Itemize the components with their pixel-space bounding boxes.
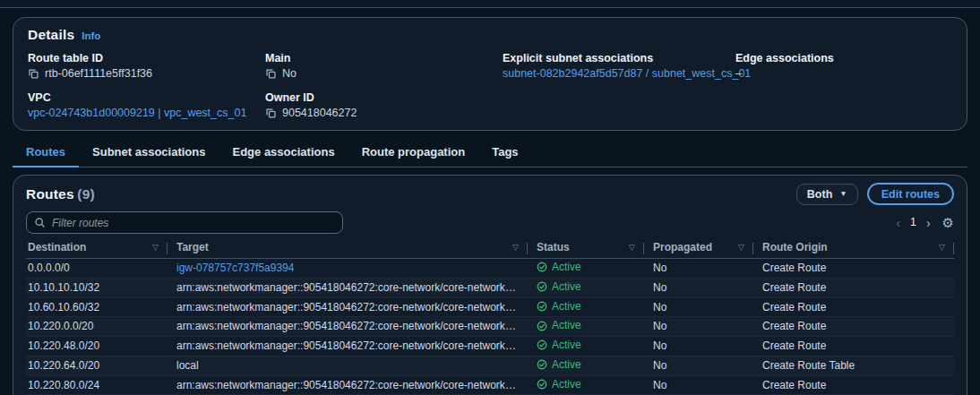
column-header-target[interactable]: Target▽ <box>168 238 528 259</box>
chevron-down-icon: ▼ <box>839 190 847 198</box>
copy-icon[interactable] <box>28 68 39 80</box>
tab-subnet-associations[interactable]: Subnet associations <box>79 140 219 167</box>
target-cell: arn:aws:networkmanager::905418046272:cor… <box>168 337 528 356</box>
column-header-propagated[interactable]: Propagated▽ <box>644 238 753 259</box>
column-header-status[interactable]: Status▽ <box>528 238 644 259</box>
check-circle-icon <box>537 321 547 331</box>
details-title: Details <box>28 27 74 43</box>
status-cell: Active <box>528 278 644 297</box>
status-cell: Active <box>528 356 644 375</box>
status-text: Active <box>552 358 581 372</box>
details-info-link[interactable]: Info <box>82 30 100 41</box>
edit-routes-button[interactable]: Edit routes <box>867 183 954 205</box>
propagated-cell: No <box>644 375 753 395</box>
column-header-destination[interactable]: Destination▽ <box>26 238 168 259</box>
field-label: Route table ID <box>28 52 265 64</box>
route-origin-cell: Create Route <box>753 375 954 395</box>
target-link[interactable]: igw-078757c737f5a9394 <box>176 262 294 274</box>
field-label: Explicit subnet associations <box>503 52 735 64</box>
field-edge-associations: Edge associations – <box>735 52 952 80</box>
status-cell: Active <box>528 259 644 279</box>
destination-cell: 0.0.0.0/0 <box>26 259 168 279</box>
field-label: Edge associations <box>735 52 952 64</box>
field-value: – <box>735 67 742 80</box>
check-circle-icon <box>537 359 547 370</box>
field-label: VPC <box>28 91 265 104</box>
route-origin-cell: Create Route <box>753 259 954 279</box>
route-view-dropdown[interactable]: Both ▼ <box>796 184 858 205</box>
target-cell: arn:aws:networkmanager::905418046272:cor… <box>168 278 528 297</box>
vpc-link[interactable]: vpc-024743b1d00009219 | vpc_west_cs_01 <box>28 107 246 119</box>
route-row: 0.0.0.0/0igw-078757c737f5a9394ActiveNoCr… <box>26 259 954 279</box>
gear-icon[interactable]: ⚙ <box>942 216 954 229</box>
tab-route-propagation[interactable]: Route propagation <box>348 140 479 167</box>
status-active-badge: Active <box>537 339 581 352</box>
field-main: Main No <box>265 52 503 80</box>
filter-routes-input[interactable] <box>26 211 343 234</box>
check-circle-icon <box>537 281 547 292</box>
target-cell: local <box>168 356 528 375</box>
status-cell: Active <box>528 297 644 317</box>
routes-title-text: Routes <box>26 186 74 202</box>
route-origin-cell: Create Route Table <box>753 356 954 375</box>
check-circle-icon <box>537 339 547 350</box>
field-label: Owner ID <box>265 91 503 104</box>
routes-count: (9) <box>77 186 95 202</box>
filter-funnel-icon: ▽ <box>738 243 744 252</box>
details-panel: Details Info Route table ID rtb-06ef1111… <box>13 17 967 131</box>
tab-bar: Routes Subnet associations Edge associat… <box>13 140 967 167</box>
subnet-association-link[interactable]: subnet-082b2942af5d57d87 / subnet_west_c… <box>503 67 751 80</box>
filter-funnel-icon: ▽ <box>512 243 519 252</box>
route-origin-cell: Create Route <box>753 297 954 317</box>
propagated-cell: No <box>644 297 753 317</box>
status-active-badge: Active <box>537 280 581 294</box>
tab-tags[interactable]: Tags <box>478 140 531 167</box>
routes-panel: Routes (9) Both ▼ Edit routes ‹ 1 › ⚙ <box>13 175 967 395</box>
field-value: No <box>282 67 297 80</box>
status-text: Active <box>552 319 581 332</box>
route-origin-cell: Create Route <box>753 337 954 356</box>
route-row: 10.10.10.10/32arn:aws:networkmanager::90… <box>26 278 954 297</box>
propagated-cell: No <box>644 278 753 297</box>
target-cell: arn:aws:networkmanager::905418046272:cor… <box>168 375 528 395</box>
status-cell: Active <box>528 337 644 356</box>
status-active-badge: Active <box>537 378 581 391</box>
details-fields-grid: Route table ID rtb-06ef1111e5ff31f36 Mai… <box>28 52 952 119</box>
propagated-cell: No <box>644 317 753 337</box>
route-origin-cell: Create Route <box>753 278 954 297</box>
route-row: 10.60.10.60/32arn:aws:networkmanager::90… <box>26 297 954 317</box>
route-row: 10.220.80.0/24arn:aws:networkmanager::90… <box>26 375 954 395</box>
column-header-route-origin[interactable]: Route Origin▽ <box>753 238 954 259</box>
target-cell: arn:aws:networkmanager::905418046272:cor… <box>168 297 528 317</box>
status-cell: Active <box>528 317 644 337</box>
status-active-badge: Active <box>537 300 581 313</box>
routes-table: Destination▽ Target▽ Status▽ Propagated▽… <box>26 238 954 395</box>
status-text: Active <box>552 300 581 313</box>
routes-table-body: 0.0.0.0/0igw-078757c737f5a9394ActiveNoCr… <box>26 259 954 395</box>
field-owner-id: Owner ID 905418046272 <box>265 91 503 119</box>
propagated-cell: No <box>644 259 753 279</box>
field-route-table-id: Route table ID rtb-06ef1111e5ff31f36 <box>28 52 265 80</box>
route-row: 10.220.64.0/20localActiveNoCreate Route … <box>26 356 954 375</box>
destination-cell: 10.220.64.0/20 <box>26 356 168 375</box>
destination-cell: 10.220.48.0/20 <box>26 337 168 356</box>
status-active-badge: Active <box>537 261 581 274</box>
tab-routes[interactable]: Routes <box>13 140 79 167</box>
route-origin-cell: Create Route <box>753 317 954 337</box>
copy-icon[interactable] <box>265 68 277 80</box>
field-vpc: VPC vpc-024743b1d00009219 | vpc_west_cs_… <box>28 91 265 119</box>
pagination-prev-icon[interactable]: ‹ <box>896 217 900 229</box>
propagated-cell: No <box>644 337 753 356</box>
destination-cell: 10.220.80.0/24 <box>26 375 168 395</box>
check-circle-icon <box>537 301 547 312</box>
check-circle-icon <box>537 262 547 272</box>
target-cell: igw-078757c737f5a9394 <box>168 259 528 279</box>
top-divider <box>0 0 980 8</box>
pagination-page-number[interactable]: 1 <box>910 217 916 228</box>
copy-icon[interactable] <box>265 107 277 119</box>
tab-edge-associations[interactable]: Edge associations <box>219 140 348 167</box>
destination-cell: 10.60.10.60/32 <box>26 297 168 317</box>
pagination-next-icon[interactable]: › <box>926 217 931 229</box>
pagination: ‹ 1 › ⚙ <box>896 216 954 229</box>
routes-panel-title: Routes (9) <box>26 186 95 202</box>
